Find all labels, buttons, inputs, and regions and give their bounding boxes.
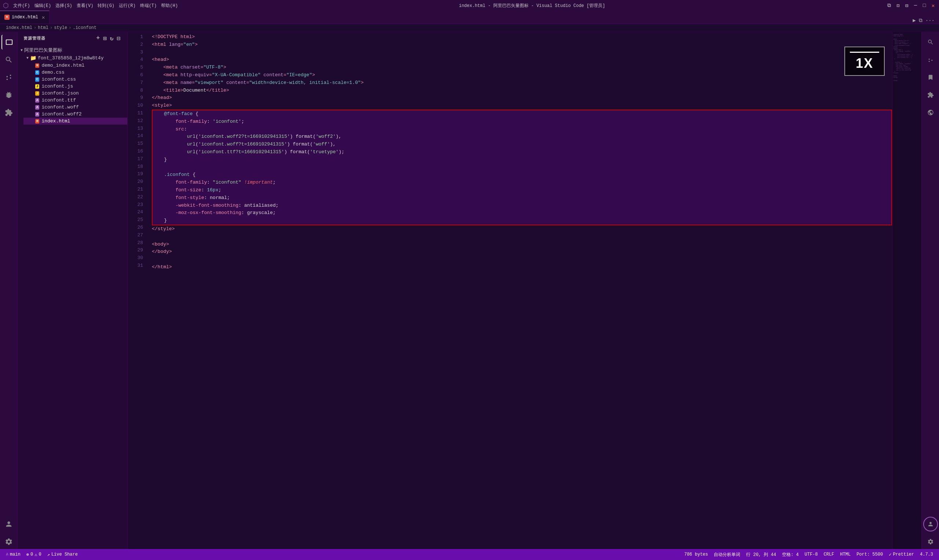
breadcrumb-html[interactable]: html	[38, 25, 48, 31]
breadcrumb-sep-2: ›	[50, 25, 52, 31]
file-item-demo-css[interactable]: Cdemo.css	[23, 69, 127, 76]
file-item-demo_index-html[interactable]: Hdemo_index.html	[23, 62, 127, 69]
code-editor[interactable]: <!DOCTYPE html><html lang="en"> <head> <…	[146, 32, 892, 549]
live-share-label: Live Share	[51, 552, 78, 557]
right-avatar[interactable]	[923, 517, 938, 531]
breadcrumb-sep-1: ›	[34, 25, 36, 31]
tab-index-html[interactable]: H index.html ✕	[0, 11, 49, 23]
split-editor-button[interactable]: ⧉	[919, 18, 922, 23]
file-item-iconfont-ttf[interactable]: Aiconfont.ttf	[23, 97, 127, 104]
sub-folder[interactable]: ▼ 📁 font_3785858_i2jm8w8t4y	[23, 54, 127, 62]
cursor-position-status[interactable]: 行 20, 列 44	[743, 549, 779, 560]
code-line-17: }	[152, 156, 892, 164]
breadcrumb-root[interactable]: index.html	[6, 25, 32, 31]
activity-settings[interactable]	[2, 534, 16, 549]
activity-search[interactable]	[2, 52, 16, 67]
menu-goto[interactable]: 转到(G)	[97, 3, 114, 9]
window-controls[interactable]: ⧉ ⧈ ⊟ ─ □ ✕	[886, 3, 936, 8]
right-search-icon[interactable]	[923, 35, 938, 49]
file-type-icon: H	[35, 119, 39, 123]
file-list: Hdemo_index.htmlCdemo.cssCiconfont.cssJi…	[23, 62, 127, 125]
activity-accounts[interactable]	[2, 517, 16, 531]
menu-bar[interactable]: 文件(F) 编辑(E) 选择(S) 查看(V) 转到(G) 运行(R) 终端(T…	[13, 3, 178, 9]
run-button[interactable]: ▶	[913, 17, 916, 23]
activity-extensions[interactable]	[2, 105, 16, 120]
line-number-3: 3	[128, 49, 143, 57]
file-item-iconfont-js[interactable]: Jiconfont.js	[23, 83, 127, 90]
minimize-button[interactable]: ─	[913, 3, 919, 8]
breadcrumb-iconfont[interactable]: .iconfont	[72, 25, 97, 31]
file-item-iconfont-json[interactable]: Jiconfont.json	[23, 90, 127, 97]
collapse-button[interactable]: ⊟	[116, 34, 122, 43]
new-folder-button[interactable]: ⊞	[102, 34, 108, 43]
menu-view[interactable]: 查看(V)	[77, 3, 94, 9]
code-line-12: font-family: 'iconfont';	[152, 118, 892, 126]
tree-root-folder[interactable]: ▼ 阿里巴巴矢量图标	[18, 46, 127, 54]
live-share-status[interactable]: ↗ Live Share	[45, 549, 81, 560]
spaces-status[interactable]: 空格: 4	[779, 549, 802, 560]
crlf-status[interactable]: CRLF	[821, 549, 837, 560]
editor-area: 1X 1234567891011121314151617181920212223…	[128, 32, 921, 549]
file-name: iconfont.json	[42, 91, 79, 96]
analysis-status[interactable]: 自动分析单词	[711, 549, 743, 560]
right-source-control-icon[interactable]	[923, 52, 938, 67]
port-status[interactable]: Port: 5500	[854, 549, 886, 560]
line-number-29: 29	[128, 247, 143, 254]
spaces-label: 空格: 4	[782, 552, 799, 558]
file-size-status[interactable]: 786 bytes	[681, 549, 711, 560]
line-numbers: 1234567891011121314151617181920212223242…	[128, 32, 146, 549]
maximize-button[interactable]: □	[921, 3, 927, 8]
window-layout-btn2[interactable]: ⧈	[895, 3, 901, 8]
minimap: <!DOCTYPE html> <html lang="en"> <head> …	[892, 32, 921, 549]
window-layout-btn3[interactable]: ⊟	[904, 3, 910, 8]
breadcrumb-style[interactable]: style	[54, 25, 67, 31]
file-type-icon: C	[35, 70, 39, 75]
line-number-22: 22	[128, 194, 143, 201]
right-remote-icon[interactable]	[923, 105, 938, 120]
warning-icon: ⚠	[34, 552, 37, 557]
refresh-button[interactable]: ↻	[109, 34, 115, 43]
file-name: demo.css	[42, 70, 64, 75]
sidebar-toolbar: + ⊞ ↻ ⊟	[96, 34, 122, 43]
file-name: iconfont.woff2	[42, 111, 82, 117]
line-number-9: 9	[128, 94, 143, 102]
line-number-16: 16	[128, 148, 143, 155]
code-line-7: <meta name="viewport" content="width=dev…	[152, 79, 892, 87]
version-status[interactable]: 4.7.3	[917, 549, 936, 560]
code-line-31: </html>	[152, 263, 892, 271]
menu-terminal[interactable]: 终端(T)	[140, 3, 157, 9]
right-settings-icon[interactable]	[923, 534, 938, 549]
window-layout-btn[interactable]: ⧉	[886, 3, 892, 8]
line-number-19: 19	[128, 171, 143, 178]
code-line-3	[152, 49, 892, 57]
prettier-icon: ✓	[889, 552, 891, 557]
new-file-button[interactable]: +	[96, 34, 101, 43]
menu-edit[interactable]: 编辑(E)	[34, 3, 51, 9]
activity-source-control[interactable]	[2, 70, 16, 85]
file-name: iconfont.js	[42, 83, 73, 89]
right-extension-icon[interactable]	[923, 88, 938, 102]
line-number-28: 28	[128, 239, 143, 247]
tab-close-button[interactable]: ✕	[42, 14, 45, 20]
close-button[interactable]: ✕	[930, 3, 936, 8]
activity-bar	[0, 32, 18, 549]
activity-explorer[interactable]	[2, 35, 16, 49]
language-status[interactable]: HTML	[837, 549, 854, 560]
menu-run[interactable]: 运行(R)	[119, 3, 136, 9]
right-bookmark-icon[interactable]	[923, 70, 938, 85]
file-item-iconfont-woff[interactable]: Aiconfont.woff	[23, 104, 127, 111]
file-name: iconfont.css	[42, 77, 76, 82]
file-item-index-html[interactable]: Hindex.html	[23, 118, 127, 125]
file-type-icon: A	[35, 112, 39, 117]
activity-debug[interactable]	[2, 88, 16, 102]
git-branch-status[interactable]: ⑃ main	[3, 549, 23, 560]
menu-file[interactable]: 文件(F)	[13, 3, 30, 9]
file-item-iconfont-woff2[interactable]: Aiconfont.woff2	[23, 111, 127, 118]
more-actions-button[interactable]: ···	[925, 18, 934, 23]
prettier-status[interactable]: ✓ Prettier	[886, 549, 917, 560]
menu-help[interactable]: 帮助(H)	[161, 3, 178, 9]
file-item-iconfont-css[interactable]: Ciconfont.css	[23, 76, 127, 83]
encoding-status[interactable]: UTF-8	[802, 549, 820, 560]
errors-warnings-status[interactable]: ⊗ 0 ⚠ 0	[23, 549, 45, 560]
menu-select[interactable]: 选择(S)	[56, 3, 72, 9]
